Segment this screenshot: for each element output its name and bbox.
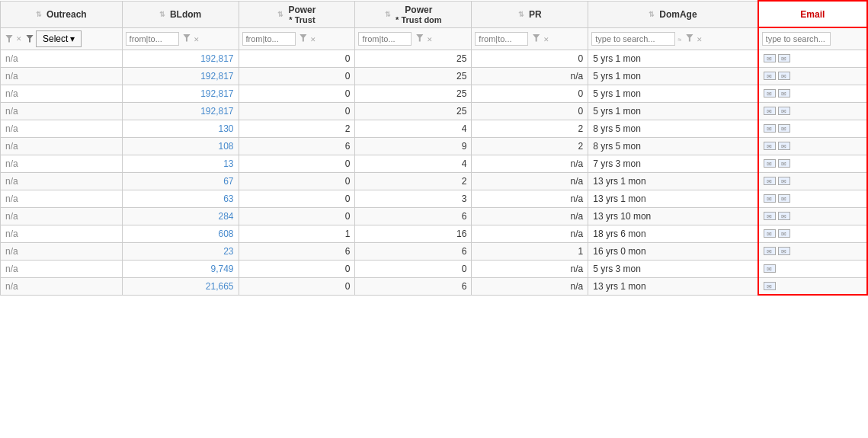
power-trust-dom-cell: 25 [355, 67, 472, 85]
domage-cell: 8 yrs 5 mon [588, 137, 758, 155]
power-trust-header[interactable]: ⇅ Power * Trust [239, 1, 355, 27]
global-filter-clear-icon[interactable]: ✕ [16, 35, 22, 43]
outreach-select-button[interactable]: Select ▾ [36, 30, 82, 47]
power-trust-dom-cell: 9 [355, 137, 472, 155]
email-cell: ✉ ✉ [758, 225, 867, 242]
email-icon-1[interactable]: ✉ [764, 159, 776, 168]
domage-cell: 16 yrs 0 mon [588, 242, 758, 260]
email-header: Email [758, 1, 867, 27]
email-cell: ✉ ✉ [758, 102, 867, 120]
domage-header[interactable]: ⇅ DomAge [588, 1, 758, 27]
email-cell: ✉ ✉ [758, 50, 867, 67]
global-filter2-icon[interactable] [26, 35, 34, 43]
power-trust-cell: 6 [239, 242, 355, 260]
power-trust-dom-cell: 0 [355, 260, 472, 277]
email-icon-2[interactable]: ✉ [778, 142, 790, 150]
email-icon-1[interactable]: ✉ [764, 89, 776, 98]
email-icon-2[interactable]: ✉ [778, 229, 790, 238]
global-filter-icon[interactable] [5, 35, 13, 43]
email-icon-2[interactable]: ✉ [778, 194, 790, 203]
email-icon-1[interactable]: ✉ [764, 282, 776, 290]
power-trust-cell: 0 [239, 85, 355, 102]
bldom-filter-icon[interactable] [183, 34, 191, 42]
table-row: n/a 9,749 0 0 n/a 5 yrs 3 mon ✉ [1, 260, 868, 277]
email-icon-1[interactable]: ✉ [764, 124, 776, 133]
domage-filter-dropdown[interactable]: ≈ [678, 36, 682, 43]
power-trust-dom-filter-icon[interactable] [416, 34, 424, 42]
email-icon-1[interactable]: ✉ [764, 247, 776, 255]
email-icon-1[interactable]: ✉ [764, 194, 776, 203]
power-trust-cell: 0 [239, 50, 355, 67]
bldom-filter-clear-icon[interactable]: ✕ [194, 36, 200, 43]
power-trust-dom-sort-icon[interactable]: ⇅ [385, 11, 391, 18]
power-trust-dom-cell: 4 [355, 120, 472, 137]
power-trust-dom-filter-clear-icon[interactable]: ✕ [427, 36, 433, 43]
email-icon-2[interactable]: ✉ [778, 212, 790, 220]
power-trust-dom-cell: 25 [355, 102, 472, 120]
email-icon-2[interactable]: ✉ [778, 159, 790, 168]
pr-filter-icon[interactable] [533, 34, 540, 42]
outreach-header[interactable]: ⇅ Outreach [1, 1, 123, 27]
outreach-header-label: Outreach [46, 9, 87, 20]
email-cell: ✉ ✉ [758, 85, 867, 102]
pr-cell: n/a [472, 260, 588, 277]
power-trust-dom-header[interactable]: ⇅ Power * Trust dom [355, 1, 472, 27]
power-trust-filter-icon[interactable] [299, 34, 307, 42]
email-icon-1[interactable]: ✉ [764, 264, 776, 273]
pr-header-label: PR [529, 9, 542, 20]
pr-filter-input[interactable] [475, 32, 528, 46]
email-icon-2[interactable]: ✉ [778, 89, 790, 98]
domage-cell: 5 yrs 1 mon [588, 85, 758, 102]
outreach-sort-icon[interactable]: ⇅ [36, 11, 42, 18]
power-trust-dom-filter-input[interactable] [358, 32, 412, 46]
power-trust-cell: 0 [239, 190, 355, 207]
email-icon-2[interactable]: ✉ [778, 54, 790, 62]
email-icon-1[interactable]: ✉ [764, 54, 776, 62]
power-trust-filter-input[interactable] [242, 32, 296, 46]
bldom-sort-icon[interactable]: ⇅ [159, 11, 165, 18]
outreach-cell: n/a [1, 50, 123, 67]
power-trust-cell: 0 [239, 277, 355, 295]
domage-filter-input[interactable] [591, 32, 675, 46]
table-body: n/a 192,817 0 25 0 5 yrs 1 mon ✉ ✉ n/a 1… [1, 50, 868, 295]
power-trust-header-label: Power [288, 5, 315, 15]
domage-filter-clear-icon[interactable]: ✕ [697, 36, 703, 43]
email-icon-1[interactable]: ✉ [764, 177, 776, 185]
email-icon-2[interactable]: ✉ [778, 72, 790, 80]
pr-header[interactable]: ⇅ PR [472, 1, 588, 27]
power-trust-dom-cell: 2 [355, 172, 472, 190]
power-trust-filter-clear-icon[interactable]: ✕ [310, 36, 316, 43]
email-icon-2[interactable]: ✉ [778, 247, 790, 255]
email-filter-cell [758, 27, 867, 50]
power-trust-dom-filter-cell: ✕ [355, 27, 472, 50]
email-icon-1[interactable]: ✉ [764, 72, 776, 80]
email-icon-1[interactable]: ✉ [764, 212, 776, 220]
outreach-cell: n/a [1, 85, 123, 102]
bldom-cell: 23 [122, 242, 239, 260]
bldom-cell: 284 [122, 207, 239, 225]
pr-cell: n/a [472, 172, 588, 190]
outreach-select-arrow: ▾ [70, 34, 75, 44]
email-icon-1[interactable]: ✉ [764, 229, 776, 238]
email-icon-2[interactable]: ✉ [778, 177, 790, 185]
pr-filter-clear-icon[interactable]: ✕ [543, 36, 549, 43]
table-row: n/a 192,817 0 25 0 5 yrs 1 mon ✉ ✉ [1, 85, 868, 102]
bldom-filter-input[interactable] [126, 32, 179, 46]
email-cell: ✉ ✉ [758, 207, 867, 225]
power-trust-sort-icon[interactable]: ⇅ [277, 11, 283, 18]
power-trust-dom-cell: 4 [355, 155, 472, 172]
bldom-header[interactable]: ⇅ BLdom [122, 1, 239, 27]
email-icon-1[interactable]: ✉ [764, 142, 776, 150]
power-trust-dom-header-sub: * Trust dom [396, 15, 442, 24]
outreach-cell: n/a [1, 172, 123, 190]
email-cell: ✉ ✉ [758, 120, 867, 137]
email-icon-1[interactable]: ✉ [764, 107, 776, 115]
email-icon-2[interactable]: ✉ [778, 124, 790, 133]
domage-filter-cell: ≈ ✕ [588, 27, 758, 50]
power-trust-dom-cell: 25 [355, 50, 472, 67]
email-filter-input[interactable] [762, 32, 831, 46]
domage-sort-icon[interactable]: ⇅ [649, 11, 655, 18]
email-icon-2[interactable]: ✉ [778, 107, 790, 115]
pr-sort-icon[interactable]: ⇅ [518, 11, 524, 18]
domage-filter-icon[interactable] [686, 34, 693, 42]
